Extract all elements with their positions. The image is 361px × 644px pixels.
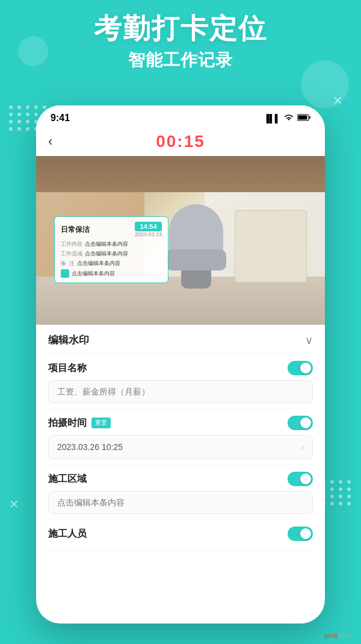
label-work-area: 施工区域 — [48, 473, 87, 486]
content-area: 编辑水印 ∨ 项目名称 拍摄时间 重置 2023.03.26 10:25 › — [36, 325, 325, 563]
chair — [157, 204, 235, 289]
ceiling — [36, 156, 325, 192]
wm-row-1: 工作流域 点击编辑本条内容 — [61, 250, 162, 258]
reset-badge[interactable]: 重置 — [91, 417, 111, 428]
watermark-overlay: 日常保洁 14:54 2023.03.23 工作内容 点击编辑本条内容 工作流域… — [54, 216, 168, 283]
hero-section: 考勤打卡定位 智能工作记录 — [0, 12, 361, 72]
form-item-header-2: 拍摄时间 重置 — [48, 416, 313, 430]
hero-main-title: 考勤打卡定位 — [0, 12, 361, 45]
svg-rect-1 — [298, 115, 307, 119]
photo-background: 日常保洁 14:54 2023.03.23 工作内容 点击编辑本条内容 工作流域… — [36, 156, 325, 325]
form-item-header-3: 施工区域 — [48, 472, 313, 486]
wm-row-3: 点击编辑本条内容 — [61, 269, 162, 278]
wifi-icon — [284, 114, 294, 123]
chevron-down-icon[interactable]: ∨ — [305, 334, 313, 347]
deco-x-2: ✕ — [9, 497, 19, 511]
input-project-name[interactable] — [48, 380, 313, 403]
wm-row-0: 工作内容 点击编辑本条内容 — [61, 240, 162, 248]
toggle-work-area[interactable] — [288, 472, 313, 486]
battery-icon — [297, 114, 310, 123]
back-button[interactable]: ‹ — [48, 134, 52, 149]
phone-mockup: 9:41 ▐▌▌ ‹ 00:15 — [36, 105, 325, 624]
section-title: 编辑水印 — [48, 333, 89, 347]
wm-title: 日常保洁 — [61, 225, 90, 235]
footer-tld: .com — [338, 632, 352, 639]
wm-date: 2023.03.23 — [135, 231, 162, 237]
form-item-header-4: 施工人员 — [48, 527, 313, 541]
input-work-area[interactable] — [48, 491, 313, 514]
date-field-shoot-time[interactable]: 2023.03.26 10:25 › — [48, 435, 313, 459]
countdown-timer: 00:15 — [156, 132, 205, 151]
date-value: 2023.03.26 10:25 — [57, 442, 123, 452]
signal-icon: ▐▌▌ — [264, 114, 280, 123]
status-time: 9:41 — [51, 113, 70, 123]
wm-time: 14:54 — [135, 222, 162, 231]
wm-row-2: 备 注 点击编辑本条内容 — [61, 260, 162, 267]
form-item-work-area: 施工区域 — [48, 464, 313, 519]
cabinet — [235, 210, 307, 283]
form-item-project-name: 项目名称 — [48, 354, 313, 408]
wm-logo-icon — [61, 269, 69, 278]
date-arrow-icon: › — [301, 442, 304, 452]
deco-x-1: ✕ — [333, 93, 343, 108]
section-header[interactable]: 编辑水印 ∨ — [48, 325, 313, 354]
svg-rect-2 — [309, 116, 310, 119]
toggle-shoot-time[interactable] — [288, 416, 313, 430]
footer-watermark: pic6.com — [324, 632, 352, 639]
label-row-shoot-time: 拍摄时间 重置 — [48, 417, 111, 430]
hero-sub-title: 智能工作记录 — [0, 49, 361, 72]
label-project-name: 项目名称 — [48, 362, 87, 375]
toggle-workers[interactable] — [288, 527, 313, 541]
nav-bar: ‹ 00:15 — [36, 128, 325, 156]
status-icons: ▐▌▌ — [264, 114, 310, 123]
photo-area: 日常保洁 14:54 2023.03.23 工作内容 点击编辑本条内容 工作流域… — [36, 156, 325, 325]
label-workers: 施工人员 — [48, 528, 87, 540]
form-item-workers: 施工人员 — [48, 519, 313, 551]
status-bar: 9:41 ▐▌▌ — [36, 105, 325, 128]
label-shoot-time: 拍摄时间 — [48, 417, 87, 430]
form-item-header-1: 项目名称 — [48, 361, 313, 375]
footer-site: pic6 — [324, 632, 338, 639]
toggle-project-name[interactable] — [288, 361, 313, 375]
form-item-shoot-time: 拍摄时间 重置 2023.03.26 10:25 › — [48, 408, 313, 464]
